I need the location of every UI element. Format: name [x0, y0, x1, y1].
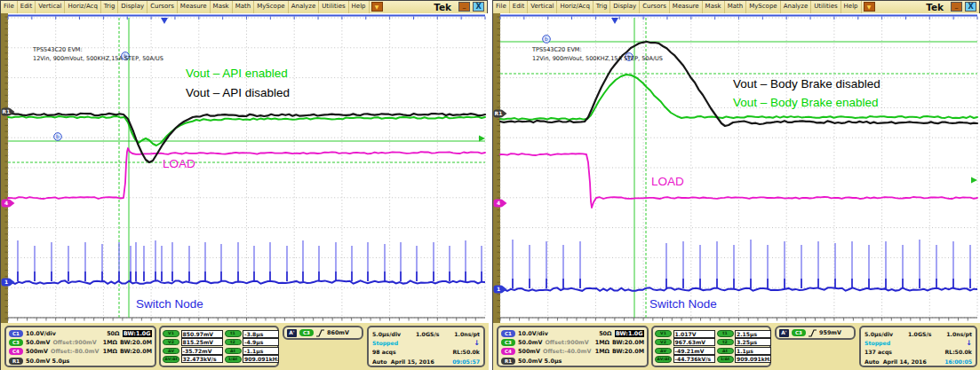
channel-row-r1: R1 50.0mV 5.0µs [501, 357, 644, 366]
trace-label-vout-bb-disabled: Vout – Body Brake disabled [733, 77, 880, 91]
close-button[interactable]: X [965, 2, 976, 12]
menu-display[interactable]: Display [118, 1, 147, 13]
acquisition-count: 137 acqs [864, 349, 892, 355]
record-length: RL:50.0k [944, 349, 972, 355]
menu-myscope[interactable]: MyScope [746, 1, 781, 13]
timebase-box: 5.0µs/div 1.0GS/s 1.0ns/pt Stopped ↓ 98 … [367, 326, 485, 367]
record-length: RL:50.0k [452, 349, 480, 355]
channel-badge-c4[interactable]: C4 [501, 348, 515, 355]
readout-value-t2: 3.25µs [735, 338, 771, 346]
menu-overflow-button[interactable]: ▼ [371, 2, 383, 12]
menu-trig[interactable]: Trig [101, 1, 119, 13]
menu-display[interactable]: Display [610, 1, 640, 13]
waveform-display: R141bb TPS543C20 EVM: 12Vin, 900mVout, 5… [1, 13, 489, 323]
readout-value-dt: -1.1µs [243, 347, 279, 355]
acquisition-status: Stopped [372, 340, 398, 346]
minimize-button[interactable]: _ [951, 2, 962, 12]
channel-badge-c3[interactable]: C3 [501, 339, 515, 346]
channel-badge-c1[interactable]: C1 [501, 330, 515, 337]
readout-badge-invdt: 1/Δt [717, 356, 734, 363]
menu-analyze[interactable]: Analyze [781, 1, 812, 13]
timebase-box: 5.0µs/div 1.0GS/s 1.0ns/pt Stopped ↓ 137… [859, 326, 977, 367]
channel-impedance: 1MΩ [103, 339, 117, 346]
channel-impedance: 1MΩ [595, 348, 610, 355]
annotation-conditions: 12Vin, 900mVout, 500KHZ,15A STEP, 50A/US [33, 54, 163, 64]
readout-value-v2: 967.63mV [673, 338, 715, 346]
menu-file[interactable]: File [493, 1, 510, 13]
menu-mask[interactable]: Mask [211, 1, 233, 13]
resolution: 1.0ns/pt [454, 331, 480, 337]
menu-vertical[interactable]: Vertical [528, 1, 557, 13]
channel-bandwidth: BW:20.0M [120, 339, 152, 346]
menu-measure[interactable]: Measure [178, 1, 211, 13]
channel-badge-c4[interactable]: C4 [9, 348, 23, 355]
readout-value-dt: 1.1µs [735, 347, 771, 355]
acquisition-count: 98 acqs [372, 349, 396, 355]
minimize-button[interactable]: _ [458, 2, 470, 12]
dual-oscilloscope-screenshot: File Edit Vertical Horiz/Acq Trig Displa… [0, 0, 980, 370]
channel-settings-box: C1 10.0V/div 50Ω BW:1.0G C3 50.0mV Offse… [4, 326, 156, 367]
channel-row-c4: C4 500mV Offset:-40.0mV 1MΩ BW:20.0M [501, 347, 644, 356]
channel-row-c3: C3 50.0mV Offset:900mV 1MΩ BW:20.0M [9, 338, 152, 347]
readout-badge-t2: t2 [225, 339, 242, 346]
trigger-a-badge[interactable]: A' [779, 329, 789, 337]
channel-bandwidth: BW:20.0M [612, 339, 644, 346]
menu-mask[interactable]: Mask [703, 1, 725, 13]
menu-file[interactable]: File [1, 1, 18, 13]
menu-trig[interactable]: Trig [594, 1, 611, 13]
menu-utilities[interactable]: Utilities [319, 1, 348, 13]
trace-label-load: LOAD [163, 157, 195, 170]
menu-cursors[interactable]: Cursors [640, 1, 670, 13]
menu-horiz-acq[interactable]: Horiz/Acq [557, 1, 593, 13]
readout-badge-v1: V1 [655, 330, 672, 337]
trigger-source-badge[interactable]: C3 [792, 329, 806, 336]
channel-badge-c3[interactable]: C3 [9, 339, 23, 346]
readout-badge-dvdt: ΔV/Δt [655, 356, 672, 363]
menu-analyze[interactable]: Analyze [289, 1, 320, 13]
readout-badge-dv: ΔV [163, 348, 179, 355]
trigger-source-badge[interactable]: C3 [299, 329, 314, 336]
svg-text:1: 1 [4, 279, 8, 285]
menu-measure[interactable]: Measure [670, 1, 703, 13]
menu-myscope[interactable]: MyScope [254, 1, 289, 13]
menu-cursors[interactable]: Cursors [147, 1, 178, 13]
rising-edge-icon [809, 329, 817, 337]
menu-edit[interactable]: Edit [510, 1, 529, 13]
close-button[interactable]: X [473, 2, 484, 12]
menu-help[interactable]: Help [841, 1, 862, 13]
cursor-readout-box: V1850.97mV V2815.25mV ΔV-35.72mV ΔV/Δt32… [159, 326, 279, 367]
timebase-scale: 5.0µs/div [372, 331, 401, 337]
channel-badge-r1[interactable]: R1 [501, 358, 515, 365]
menu-utilities[interactable]: Utilities [811, 1, 841, 13]
menu-edit[interactable]: Edit [18, 1, 36, 13]
time-readouts: t12.15µs t23.25µs Δt1.1µs 1/Δt909.091kHz [717, 330, 772, 364]
readout-value-v2: 815.25mV [181, 338, 223, 346]
channel-impedance: 50Ω [107, 330, 119, 337]
trigger-a-badge[interactable]: A' [287, 329, 297, 337]
channel-badge-c1[interactable]: C1 [9, 330, 23, 337]
sample-rate: 1.0GS/s [416, 331, 439, 337]
svg-text:R1: R1 [3, 108, 11, 114]
readout-badge-dt: Δt [225, 348, 242, 355]
menu-math[interactable]: Math [725, 1, 747, 13]
channel-offset: Offset:900mV [52, 339, 96, 346]
channel-scale: 50.0mV [518, 339, 542, 346]
status-bar: C1 10.0V/div 50Ω BW:1.0G C3 50.0mV Offse… [493, 323, 980, 370]
menu-overflow-button[interactable]: ▼ [864, 2, 875, 12]
readout-value-t1: -3.8µs [243, 330, 279, 338]
channel-badge-r1[interactable]: R1 [9, 358, 23, 365]
channel-impedance: 50Ω [599, 330, 611, 337]
readout-badge-v1: V1 [163, 330, 179, 337]
readout-badge-t2: t2 [717, 339, 734, 346]
menu-math[interactable]: Math [233, 1, 255, 13]
menu-help[interactable]: Help [349, 1, 370, 13]
readout-value-v1: 850.97mV [181, 330, 223, 338]
menu-horiz-acq[interactable]: Horiz/Acq [65, 1, 100, 13]
arrow-down-icon: ↓ [474, 340, 480, 347]
svg-text:1: 1 [497, 286, 500, 292]
voltage-readouts: V11.017V V2967.63mV ΔV-49.21mV ΔV/Δt-44.… [655, 330, 715, 364]
status-bar: C1 10.0V/div 50Ω BW:1.0G C3 50.0mV Offse… [1, 323, 489, 370]
menu-vertical[interactable]: Vertical [36, 1, 65, 13]
channel-offset: Offset:-40.0mV [543, 348, 591, 355]
readout-badge-v2: V2 [655, 339, 672, 346]
